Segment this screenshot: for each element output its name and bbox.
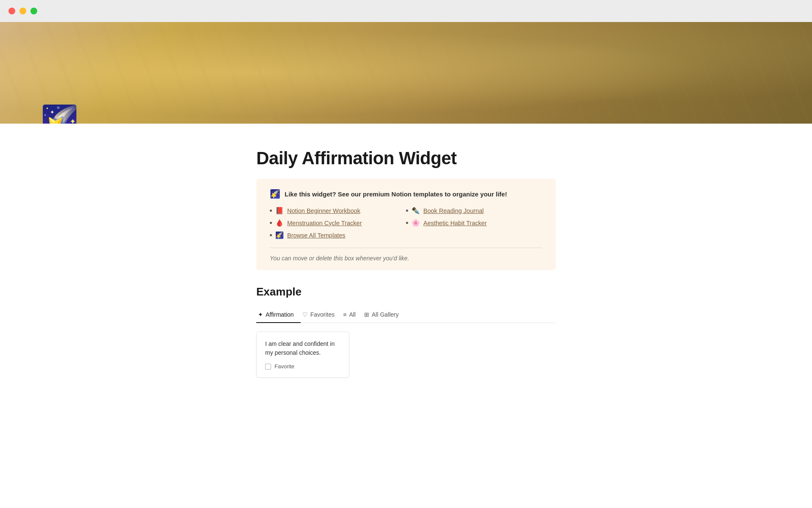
promo-header: 🌠 Like this widget? See our premium Noti…: [270, 189, 542, 199]
all-tab-icon: ≡: [343, 311, 346, 318]
browse-all-templates-link[interactable]: Browse All Templates: [287, 232, 346, 239]
list-item: 🌸 Aesthetic Habit Tracker: [406, 219, 542, 227]
example-section-title: Example: [256, 285, 556, 298]
promo-icon: 🌠: [270, 189, 280, 199]
fullscreen-button[interactable]: [30, 8, 37, 14]
promo-note: You can move or delete this box whenever…: [270, 255, 542, 262]
tab-affirmation[interactable]: ✦ Affirmation: [256, 307, 301, 323]
menstruation-tracker-link[interactable]: Menstruation Cycle Tracker: [287, 220, 362, 226]
tab-all[interactable]: ≡ All: [341, 307, 362, 323]
favorites-tab-label: Favorites: [310, 311, 335, 318]
all-tab-label: All: [349, 311, 356, 318]
promo-grid: 📕 Notion Beginner Workbook 🩸 Menstruatio…: [270, 207, 542, 239]
list-item: ✒️ Book Reading Journal: [406, 207, 542, 215]
window-titlebar: [0, 0, 812, 22]
page-title: Daily Affirmation Widget: [256, 148, 556, 168]
bullet-icon: [270, 234, 272, 236]
promo-box: 🌠 Like this widget? See our premium Noti…: [256, 179, 556, 270]
bullet-icon: [406, 210, 408, 212]
tabs-bar: ✦ Affirmation ♡ Favorites ≡ All ⊞ All Ga…: [256, 307, 556, 323]
close-button[interactable]: [8, 8, 15, 14]
checkbox-input[interactable]: [265, 364, 271, 370]
favorites-tab-icon: ♡: [302, 311, 308, 318]
item-emoji: 📕: [275, 207, 284, 215]
aesthetic-habit-tracker-link[interactable]: Aesthetic Habit Tracker: [423, 220, 487, 226]
tab-all-gallery[interactable]: ⊞ All Gallery: [362, 307, 406, 323]
list-item: 🩸 Menstruation Cycle Tracker: [270, 219, 406, 227]
favorite-label: Favorite: [274, 363, 294, 370]
list-item: 🌠 Browse All Templates: [270, 231, 406, 239]
all-gallery-tab-icon: ⊞: [364, 311, 369, 318]
bullet-icon: [406, 222, 408, 224]
book-reading-journal-link[interactable]: Book Reading Journal: [423, 207, 484, 214]
item-emoji: 🌸: [411, 219, 420, 227]
affirmation-tab-icon: ✦: [258, 311, 263, 318]
promo-col-left: 📕 Notion Beginner Workbook 🩸 Menstruatio…: [270, 207, 406, 239]
tab-favorites[interactable]: ♡ Favorites: [301, 307, 342, 323]
item-emoji: 🌠: [275, 231, 284, 239]
favorite-checkbox[interactable]: Favorite: [265, 363, 340, 370]
list-item: 📕 Notion Beginner Workbook: [270, 207, 406, 215]
item-emoji: 🩸: [275, 219, 284, 227]
promo-col-right: ✒️ Book Reading Journal 🌸 Aesthetic Habi…: [406, 207, 542, 239]
all-gallery-tab-label: All Gallery: [372, 311, 399, 318]
bullet-icon: [270, 222, 272, 224]
promo-header-text: Like this widget? See our premium Notion…: [285, 190, 507, 198]
affirmation-card: I am clear and confident in my personal …: [256, 331, 349, 378]
item-emoji: ✒️: [411, 207, 420, 215]
minimize-button[interactable]: [19, 8, 26, 14]
card-text: I am clear and confident in my personal …: [265, 340, 340, 357]
affirmation-tab-label: Affirmation: [266, 311, 294, 318]
notion-beginner-workbook-link[interactable]: Notion Beginner Workbook: [287, 207, 360, 214]
bullet-icon: [270, 210, 272, 212]
promo-divider: [270, 248, 542, 248]
main-content: Daily Affirmation Widget 🌠 Like this wid…: [216, 148, 596, 378]
hero-banner: 🌠: [0, 22, 812, 124]
page-icon: 🌠: [41, 106, 79, 124]
